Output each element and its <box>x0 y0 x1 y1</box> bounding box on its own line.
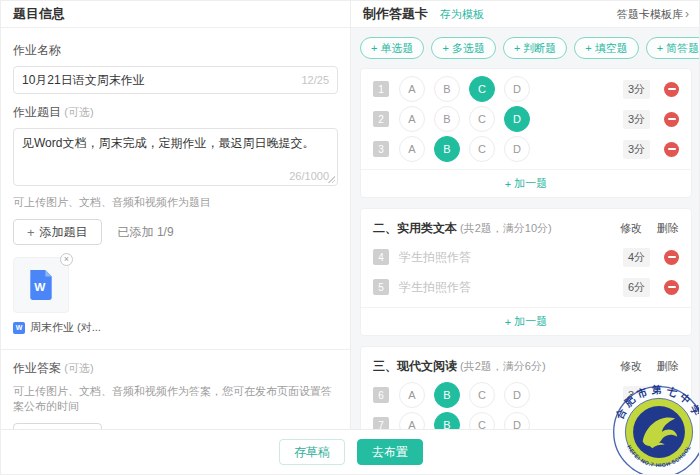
score-badge[interactable]: 4分 <box>623 248 650 267</box>
section-divider <box>1 349 350 350</box>
add-判断题-button[interactable]: +判断题 <box>503 37 567 59</box>
plus-icon: + <box>657 42 663 54</box>
option-D-selected[interactable]: D <box>504 106 530 132</box>
option-C[interactable]: C <box>469 106 495 132</box>
section-header: 二、实用类文本(共2题，满分10分)修改删除 <box>361 209 691 242</box>
section-actions: 修改删除 <box>620 221 679 236</box>
add-one-question-button[interactable]: +加一题 <box>361 169 691 197</box>
option-C[interactable]: C <box>469 136 495 162</box>
answer-sheet-list: 1ABCD3分2ABCD3分3ABCD3分+加一题二、实用类文本(共2题，满分1… <box>360 68 692 431</box>
uploaded-file-thumbnail[interactable]: W × <box>13 257 69 313</box>
option-A[interactable]: A <box>399 76 425 102</box>
save-as-template-link[interactable]: 存为模板 <box>440 7 484 22</box>
option-D[interactable]: D <box>504 136 530 162</box>
save-draft-button[interactable]: 存草稿 <box>279 439 345 465</box>
plus-icon: + <box>371 42 377 54</box>
question-section-card: 1ABCD3分2ABCD3分3ABCD3分+加一题 <box>360 68 692 198</box>
score-badge[interactable]: 3分 <box>623 140 650 159</box>
section-meta: (共2题，满分10分) <box>460 221 552 236</box>
word-doc-icon: W <box>28 270 54 300</box>
option-C[interactable]: C <box>469 382 495 408</box>
remove-question-icon[interactable] <box>664 250 679 265</box>
answer-upload-hint: 可上传图片、文档、音频和视频作为答案，您可在发布页面设置答案公布的时间 <box>13 384 338 414</box>
added-question-count: 已添加 1/9 <box>118 224 174 241</box>
pill-label: 填空题 <box>595 41 628 56</box>
option-B[interactable]: B <box>434 76 460 102</box>
question-row: 5学生拍照作答6分 <box>361 272 691 302</box>
section-actions: 修改删除 <box>620 359 679 374</box>
delete-section-link[interactable]: 删除 <box>657 221 679 236</box>
homework-question-textarea[interactable]: 见Word文档，周末完成，定期作业，最迟周日晚提交。 26/1000 <box>13 128 338 186</box>
option-D[interactable]: D <box>504 382 530 408</box>
answer-sheet-body: +单选题+多选题+判断题+填空题+简答题 1ABCD3分2ABCD3分3ABCD… <box>351 28 700 431</box>
optional-tag: (可选) <box>64 362 93 374</box>
delete-section-link[interactable]: 删除 <box>657 359 679 374</box>
score-badge[interactable]: 6分 <box>623 278 650 297</box>
edit-section-link[interactable]: 修改 <box>620 359 642 374</box>
remove-question-icon[interactable] <box>664 280 679 295</box>
school-logo-watermark: 合肥市第七中学 HEFEI NO.7 HIGH SCHOOL <box>611 384 700 475</box>
option-A[interactable]: A <box>399 136 425 162</box>
question-rows: 4学生拍照作答4分5学生拍照作答6分 <box>361 242 691 307</box>
add-one-label: 加一题 <box>514 176 547 191</box>
right-panel-header: 制作答题卡 存为模板 答题卡模板库 › <box>351 1 700 28</box>
plus-icon: + <box>585 42 591 54</box>
uploaded-file-name: 周末作业 (对... <box>30 320 101 335</box>
question-number-badge: 1 <box>373 81 389 97</box>
question-upload-hint: 可上传图片、文档、音频和视频作为题目 <box>13 195 338 210</box>
remove-question-icon[interactable] <box>664 112 679 127</box>
remove-question-icon[interactable] <box>664 82 679 97</box>
add-多选题-button[interactable]: +多选题 <box>431 37 495 59</box>
section-meta: (共2题，满分6分) <box>460 359 546 374</box>
pill-label: 单选题 <box>380 41 413 56</box>
svg-text:W: W <box>34 280 46 293</box>
section-header: 三、现代文阅读(共2题，满分6分)修改删除 <box>361 347 691 380</box>
option-B[interactable]: B <box>434 106 460 132</box>
homework-question-counter: 26/1000 <box>289 170 329 182</box>
question-info-panel: 题目信息 作业名称 10月21日语文周末作业 12/25 作业题目 (可选) 见… <box>1 1 351 431</box>
photo-answer-placeholder: 学生拍照作答 <box>399 249 471 266</box>
plus-icon: + <box>27 225 35 240</box>
question-type-buttons: +单选题+多选题+判断题+填空题+简答题 <box>360 37 692 59</box>
option-B-selected[interactable]: B <box>434 136 460 162</box>
chevron-right-icon: › <box>685 7 689 21</box>
add-填空题-button[interactable]: +填空题 <box>574 37 638 59</box>
right-panel-title: 制作答题卡 <box>363 5 428 23</box>
assign-button[interactable]: 去布置 <box>357 439 423 465</box>
homework-name-value: 10月21日语文周末作业 <box>22 72 145 89</box>
homework-question-value: 见Word文档，周末完成，定期作业，最迟周日晚提交。 <box>22 136 314 150</box>
homework-answer-label: 作业答案 (可选) <box>13 360 338 377</box>
add-简答题-button[interactable]: +简答题 <box>646 37 700 59</box>
plus-icon: + <box>505 316 511 328</box>
left-panel-title: 题目信息 <box>13 5 65 23</box>
question-number-badge: 5 <box>373 279 389 295</box>
homework-name-input[interactable]: 10月21日语文周末作业 12/25 <box>13 66 338 94</box>
question-row: 4学生拍照作答4分 <box>361 242 691 272</box>
score-badge[interactable]: 3分 <box>623 80 650 99</box>
option-D[interactable]: D <box>504 76 530 102</box>
uploaded-file-name-row: W 周末作业 (对... <box>13 320 338 335</box>
score-badge[interactable]: 3分 <box>623 110 650 129</box>
add-单选题-button[interactable]: +单选题 <box>360 37 424 59</box>
question-number-badge: 3 <box>373 141 389 157</box>
remove-question-icon[interactable] <box>664 142 679 157</box>
homework-name-label: 作业名称 <box>13 42 338 59</box>
option-B-selected[interactable]: B <box>434 382 460 408</box>
edit-section-link[interactable]: 修改 <box>620 221 642 236</box>
add-one-question-button[interactable]: +加一题 <box>361 307 691 335</box>
pill-label: 多选题 <box>452 41 485 56</box>
section-title: 二、实用类文本 <box>373 220 457 237</box>
question-row: 1ABCD3分 <box>361 74 691 104</box>
option-A[interactable]: A <box>399 106 425 132</box>
option-C-selected[interactable]: C <box>469 76 495 102</box>
word-file-mini-icon: W <box>13 322 25 334</box>
option-A[interactable]: A <box>399 382 425 408</box>
question-number-badge: 4 <box>373 249 389 265</box>
template-library-link[interactable]: 答题卡模板库 › <box>617 7 689 22</box>
pill-label: 简答题 <box>666 41 699 56</box>
page-footer: 存草稿 去布置 <box>1 429 700 474</box>
question-number-badge: 2 <box>373 111 389 127</box>
add-question-button[interactable]: + 添加题目 <box>13 219 102 245</box>
plus-icon: + <box>514 42 520 54</box>
remove-file-icon[interactable]: × <box>60 253 73 266</box>
